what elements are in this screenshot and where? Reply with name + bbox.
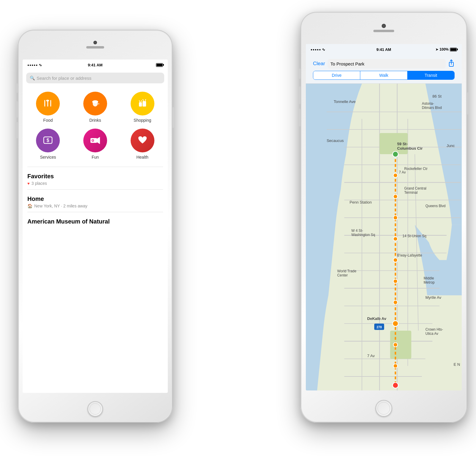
tab-drive[interactable]: Drive [313, 71, 360, 79]
volume-down-button-right[interactable] [299, 109, 300, 126]
svg-rect-7 [139, 102, 142, 107]
destination-field[interactable]: To Prospect Park [328, 59, 446, 68]
volume-down-button[interactable] [16, 122, 18, 138]
svg-rect-8 [143, 101, 146, 107]
mute-button[interactable] [16, 83, 18, 93]
svg-text:86 St: 86 St [433, 94, 442, 99]
svg-text:Penn Station: Penn Station [350, 200, 372, 204]
svg-text:Grand Central: Grand Central [404, 186, 426, 190]
tab-transit[interactable]: Transit [408, 71, 454, 79]
earpiece-speaker [86, 46, 104, 49]
food-label: Food [43, 118, 53, 123]
signal-area: ●●●●● ∿ [27, 63, 42, 67]
status-time-right: 9:41 AM [376, 47, 391, 52]
clear-button[interactable]: Clear [313, 61, 325, 67]
svg-point-42 [393, 151, 398, 157]
svg-rect-5 [92, 102, 98, 102]
svg-text:Metrop: Metrop [424, 280, 435, 285]
svg-point-3 [46, 100, 49, 101]
transport-tabs: Drive Walk Transit [313, 71, 455, 80]
battery-box [156, 63, 163, 67]
map-area[interactable]: Tonnelle Ave 86 St Astoria- Ditmars Blvd… [306, 84, 462, 390]
svg-text:Ditmars Blvd: Ditmars Blvd [422, 106, 442, 110]
svg-text:Middle: Middle [424, 276, 434, 280]
svg-text:Myrtle Av: Myrtle Av [425, 295, 441, 300]
battery-area-right: ➤ 100% [436, 47, 457, 51]
tab-walk[interactable]: Walk [360, 71, 407, 79]
svg-text:World Trade: World Trade [337, 269, 357, 273]
category-health[interactable]: Health [122, 129, 163, 160]
home-button-ring-right [378, 402, 390, 415]
category-drinks[interactable]: Drinks [75, 92, 116, 123]
svg-text:Crown Hts-: Crown Hts- [425, 327, 443, 332]
volume-up-button-right[interactable] [299, 86, 300, 104]
nav-header: Clear To Prospect Park [309, 57, 458, 71]
right-phone-screen: ●●●●● ∿ 9:41 AM ➤ 100% [306, 44, 462, 390]
svg-text:B'way-Lafayette: B'way-Lafayette [397, 253, 422, 257]
earpiece-right [373, 30, 394, 32]
drinks-label: Drinks [89, 118, 101, 123]
svg-text:Washington Sq: Washington Sq [351, 233, 375, 237]
left-phone-screen: ●●●●● ∿ 9:41 AM 🔍 Search for place or ad… [23, 60, 168, 393]
category-shopping[interactable]: Shopping [122, 92, 163, 123]
category-grid: Food Drinks [23, 86, 168, 165]
nav-content: Clear To Prospect Park [306, 55, 462, 390]
share-button[interactable] [448, 59, 455, 68]
divider-3 [27, 212, 163, 212]
wifi-icon: ∿ [39, 63, 42, 67]
front-camera-right [382, 24, 386, 28]
front-camera [93, 41, 97, 44]
power-button-right[interactable] [467, 92, 469, 115]
svg-point-45 [393, 215, 397, 220]
food-circle [36, 92, 60, 115]
category-services[interactable]: $ Services [27, 129, 69, 160]
power-button[interactable] [173, 107, 174, 128]
battery-area-left [156, 63, 163, 67]
svg-text:Junc: Junc [447, 143, 455, 148]
wifi-icon-right: ∿ [322, 47, 325, 52]
signal-dots: ●●●●● [27, 63, 38, 67]
home-button-right[interactable] [375, 400, 392, 417]
svg-point-43 [393, 173, 397, 177]
battery-fill [156, 64, 162, 66]
svg-point-46 [393, 237, 397, 241]
favorites-count: 3 places [32, 181, 47, 186]
destination-text: To Prospect Park [331, 61, 364, 66]
svg-point-52 [393, 364, 397, 368]
svg-point-49 [393, 300, 397, 304]
svg-text:7 Av: 7 Av [367, 354, 375, 358]
search-placeholder: Search for place or address [37, 76, 91, 81]
category-food[interactable]: Food [27, 92, 69, 123]
volume-up-button[interactable] [16, 101, 18, 118]
health-label: Health [136, 155, 148, 160]
battery-box-right [450, 48, 457, 51]
svg-point-51 [393, 343, 397, 347]
shopping-circle [131, 92, 154, 115]
svg-text:Tonnelle Ave: Tonnelle Ave [334, 99, 356, 104]
svg-text:Center: Center [337, 273, 348, 277]
right-iphone: ●●●●● ∿ 9:41 AM ➤ 100% [300, 12, 467, 423]
battery-percent: 100% [439, 47, 449, 51]
battery-left [156, 63, 163, 67]
svg-rect-2 [50, 100, 51, 107]
home-button-left[interactable] [87, 401, 103, 417]
status-bar-left: ●●●●● ∿ 9:41 AM [23, 60, 168, 70]
svg-rect-0 [44, 100, 45, 107]
category-fun[interactable]: Fun [75, 129, 116, 160]
fun-label: Fun [92, 155, 99, 160]
services-label: Services [40, 155, 56, 160]
museum-section[interactable]: American Museum of Natural [23, 213, 168, 229]
services-circle: $ [36, 129, 60, 152]
status-bar-right: ●●●●● ∿ 9:41 AM ➤ 100% [306, 44, 462, 55]
signal-dots-right: ●●●●● [311, 48, 321, 51]
search-bar[interactable]: 🔍 Search for place or address [26, 73, 164, 83]
svg-point-50 [393, 321, 398, 326]
favorites-section[interactable]: Favorites ♥ 3 places [23, 168, 168, 188]
battery-right [450, 48, 457, 51]
divider-1 [27, 167, 163, 167]
mute-button-right[interactable] [299, 68, 300, 79]
home-section[interactable]: Home 🏠 New York, NY · 2 miles away [23, 191, 168, 211]
svg-rect-6 [98, 104, 99, 104]
svg-point-44 [393, 194, 397, 199]
favorites-title: Favorites [27, 173, 163, 180]
